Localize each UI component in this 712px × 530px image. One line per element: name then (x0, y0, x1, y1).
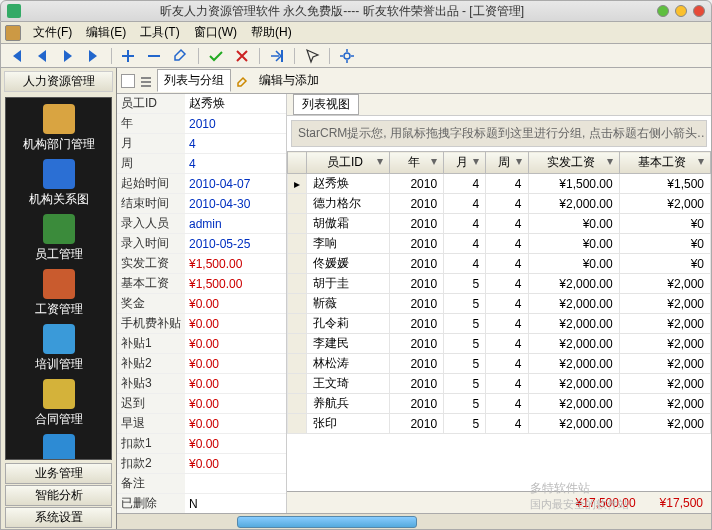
detail-row: 录入人员admin (117, 214, 286, 234)
sidebar: 人力资源管理 机构部门管理机构关系图员工管理工资管理培训管理合同管理请假管理 业… (1, 68, 117, 529)
prev-record-icon[interactable] (33, 47, 51, 65)
app-menu-icon[interactable] (5, 25, 21, 41)
table-row[interactable]: 孔令莉 2010 5 4 ¥2,000.00 ¥2,000 (288, 314, 711, 334)
menu-help[interactable]: 帮助(H) (245, 22, 298, 43)
column-header[interactable]: 实发工资▾ (528, 152, 619, 174)
table-row[interactable]: 胡于圭 2010 5 4 ¥2,000.00 ¥2,000 (288, 274, 711, 294)
sidebar-item-6[interactable]: 请假管理 (6, 434, 111, 460)
row-pointer[interactable] (288, 314, 307, 334)
cell-pay: ¥2,000.00 (528, 354, 619, 374)
detail-row: 奖金¥0.00 (117, 294, 286, 314)
table-row[interactable]: 林松涛 2010 5 4 ¥2,000.00 ¥2,000 (288, 354, 711, 374)
detail-key: 奖金 (117, 294, 185, 314)
cell-year: 2010 (390, 174, 444, 194)
table-row[interactable]: 德力格尔 2010 4 4 ¥2,000.00 ¥2,000 (288, 194, 711, 214)
cell-week: 4 (486, 294, 528, 314)
cell-week: 4 (486, 234, 528, 254)
close-button[interactable] (693, 5, 705, 17)
sidebar-section-button-0[interactable]: 业务管理 (5, 463, 112, 484)
row-pointer[interactable] (288, 234, 307, 254)
last-record-icon[interactable] (85, 47, 103, 65)
subtab-list-view[interactable]: 列表视图 (293, 94, 359, 115)
pointer-icon[interactable] (303, 47, 321, 65)
row-pointer[interactable] (288, 334, 307, 354)
cancel-icon[interactable] (233, 47, 251, 65)
cell-year: 2010 (390, 314, 444, 334)
first-record-icon[interactable] (7, 47, 25, 65)
edit-icon[interactable] (172, 47, 190, 65)
column-header[interactable]: 基本工资▾ (619, 152, 710, 174)
table-row[interactable]: 佟媛媛 2010 4 4 ¥0.00 ¥0 (288, 254, 711, 274)
detail-key: 实发工资 (117, 254, 185, 274)
cell-month: 5 (444, 374, 486, 394)
goto-icon[interactable] (268, 47, 286, 65)
sidebar-item-4[interactable]: 培训管理 (6, 324, 111, 379)
table-row[interactable]: 李建民 2010 5 4 ¥2,000.00 ¥2,000 (288, 334, 711, 354)
column-header[interactable]: 周▾ (486, 152, 528, 174)
table-row[interactable]: 张印 2010 5 4 ¥2,000.00 ¥2,000 (288, 414, 711, 434)
horizontal-scrollbar[interactable] (117, 513, 711, 529)
minimize-button[interactable] (657, 5, 669, 17)
table-row[interactable]: 靳薇 2010 5 4 ¥2,000.00 ¥2,000 (288, 294, 711, 314)
row-pointer[interactable] (288, 374, 307, 394)
detail-row: 补贴2¥0.00 (117, 354, 286, 374)
scrollbar-thumb[interactable] (237, 516, 417, 528)
menu-edit[interactable]: 编辑(E) (80, 22, 132, 43)
sidebar-section-button-1[interactable]: 智能分析 (5, 485, 112, 506)
detail-row: 录入时间2010-05-25 (117, 234, 286, 254)
cell-year: 2010 (390, 294, 444, 314)
table-row[interactable]: 王文琦 2010 5 4 ¥2,000.00 ¥2,000 (288, 374, 711, 394)
cell-month: 4 (444, 254, 486, 274)
row-pointer[interactable] (288, 414, 307, 434)
column-header[interactable]: 年▾ (390, 152, 444, 174)
table-row[interactable]: 养航兵 2010 5 4 ¥2,000.00 ¥2,000 (288, 394, 711, 414)
row-pointer[interactable] (288, 214, 307, 234)
sidebar-item-2[interactable]: 员工管理 (6, 214, 111, 269)
menu-file[interactable]: 文件(F) (27, 22, 78, 43)
table-row[interactable]: 胡傲霜 2010 4 4 ¥0.00 ¥0 (288, 214, 711, 234)
detail-row: 员工ID赵秀焕 (117, 94, 286, 114)
group-hint[interactable]: StarCRM提示您, 用鼠标拖拽字段标题到这里进行分组, 点击标题右侧小箭头… (291, 120, 707, 147)
edit-icon (235, 74, 249, 88)
tab-list-group[interactable]: 列表与分组 (157, 69, 231, 92)
table-row[interactable]: 李响 2010 4 4 ¥0.00 ¥0 (288, 234, 711, 254)
tab-icon[interactable] (121, 74, 135, 88)
detail-row: 年2010 (117, 114, 286, 134)
menu-tools[interactable]: 工具(T) (134, 22, 185, 43)
detail-key: 周 (117, 154, 185, 174)
delete-icon[interactable] (146, 47, 164, 65)
sidebar-item-5[interactable]: 合同管理 (6, 379, 111, 434)
row-selector-header[interactable] (288, 152, 307, 174)
detail-key: 已删除 (117, 494, 185, 514)
row-pointer[interactable] (288, 294, 307, 314)
row-pointer[interactable] (288, 194, 307, 214)
cell-name: 林松涛 (307, 354, 390, 374)
menu-window[interactable]: 窗口(W) (188, 22, 243, 43)
column-header[interactable]: 员工ID▾ (307, 152, 390, 174)
cell-pay: ¥2,000.00 (528, 394, 619, 414)
window-title: 昕友人力资源管理软件 永久免费版---- 昕友软件荣誉出品 - [工资管理] (27, 3, 657, 20)
next-record-icon[interactable] (59, 47, 77, 65)
row-pointer[interactable] (288, 394, 307, 414)
sidebar-item-0[interactable]: 机构部门管理 (6, 104, 111, 159)
confirm-icon[interactable] (207, 47, 225, 65)
cell-week: 4 (486, 274, 528, 294)
maximize-button[interactable] (675, 5, 687, 17)
row-pointer[interactable] (288, 354, 307, 374)
detail-row: 实发工资¥1,500.00 (117, 254, 286, 274)
sum-pay: ¥17,500.00 (576, 496, 636, 510)
settings-icon[interactable] (338, 47, 356, 65)
row-pointer[interactable] (288, 254, 307, 274)
add-icon[interactable] (120, 47, 138, 65)
sidebar-item-1[interactable]: 机构关系图 (6, 159, 111, 214)
detail-row: 结束时间2010-04-30 (117, 194, 286, 214)
row-pointer[interactable]: ▸ (288, 174, 307, 194)
column-header[interactable]: 月▾ (444, 152, 486, 174)
table-row[interactable]: ▸ 赵秀焕 2010 4 4 ¥1,500.00 ¥1,500 (288, 174, 711, 194)
sidebar-section-button-2[interactable]: 系统设置 (5, 507, 112, 528)
sidebar-item-3[interactable]: 工资管理 (6, 269, 111, 324)
tab-edit-add[interactable]: 编辑与添加 (253, 70, 325, 91)
data-grid[interactable]: 员工ID▾年▾月▾周▾实发工资▾基本工资▾▸ 赵秀焕 2010 4 4 ¥1,5… (287, 151, 711, 434)
cell-pay: ¥2,000.00 (528, 414, 619, 434)
row-pointer[interactable] (288, 274, 307, 294)
